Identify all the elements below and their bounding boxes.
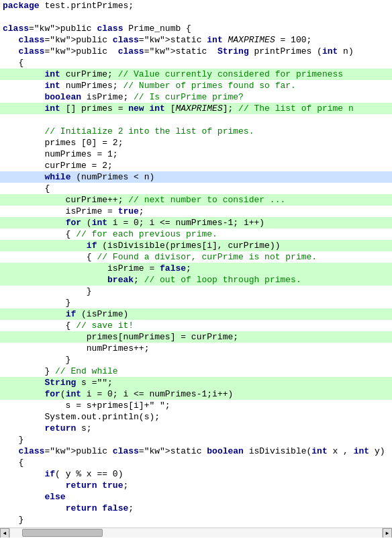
code-line: class="kw">public class="kw">static Stri… [0,46,392,57]
code-line: return true; [0,480,392,491]
code-line [0,11,392,23]
code-line: { // save it! [0,320,392,331]
scrollbar-track[interactable] [9,528,383,538]
code-line: primes[numPrimes] = curPrime; [0,331,392,343]
code-line: return false; [0,503,392,514]
scroll-right-arrow[interactable]: ► [383,528,392,538]
code-line: s = s+primes[i]+" "; [0,400,392,411]
code-line: { // Found a divisor, curPrime is not pr… [0,251,392,263]
code-line: String s =""; [0,377,392,388]
code-block: package test.printPrimes; class="kw">pub… [0,0,392,537]
code-line [0,114,392,126]
code-line: } // End while [0,366,392,377]
code-line: class="kw">public class="kw">static int … [0,34,392,46]
code-line: // Initialize 2 into the list of primes. [0,126,392,137]
code-line: curPrime = 2; [0,160,392,171]
code-line: } [0,286,392,297]
code-line: int [] primes = new int [MAXPRIMES]; // … [0,103,392,114]
code-line: while (numPrimes < n) [0,171,392,183]
code-line: { // for each previous prime. [0,228,392,240]
scrollbar-thumb[interactable] [22,529,103,537]
code-line: int curPrime; // Value currently conside… [0,69,392,80]
code-line: isPrime = true; [0,206,392,217]
code-line: if (isPrime) [0,308,392,320]
code-editor: package test.printPrimes; class="kw">pub… [0,0,392,538]
code-line: { [0,183,392,194]
code-line: class="kw">public class="kw">static bool… [0,446,392,457]
code-line: int numPrimes; // Number of primes found… [0,80,392,91]
horizontal-scrollbar[interactable]: ◄ ► [0,527,392,538]
code-line: for (int i = 0; i <= numPrimes-1; i++) [0,217,392,228]
code-line: } [0,514,392,525]
code-line: curPrime++; // next number to consider .… [0,194,392,206]
code-line: { [0,57,392,69]
code-line: } [0,434,392,446]
code-line: class="kw">public class Prime_numb { [0,23,392,34]
scroll-left-arrow[interactable]: ◄ [0,528,9,538]
code-line: isPrime = false; [0,263,392,274]
code-line: for(int i = 0; i <= numPrimes-1;i++) [0,388,392,400]
code-line: numPrimes = 1; [0,149,392,160]
code-line: else [0,491,392,503]
code-line: numPrimes++; [0,343,392,354]
code-line: { [0,457,392,468]
code-line: } [0,354,392,366]
code-line: if (isDivisible(primes[i], curPrime)) [0,240,392,251]
code-line: primes [0] = 2; [0,137,392,149]
code-line: System.out.println(s); [0,411,392,423]
code-line: if( y % x == 0) [0,468,392,480]
code-line: } [0,297,392,308]
code-line: boolean isPrime; // Is curPrime prime? [0,91,392,103]
code-line: break; // out of loop through primes. [0,274,392,286]
code-line: return s; [0,423,392,434]
code-line: package test.printPrimes; [0,0,392,11]
